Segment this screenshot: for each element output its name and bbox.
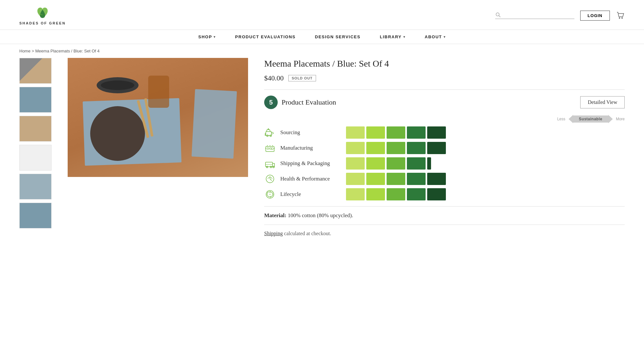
bar bbox=[366, 188, 385, 200]
scale-center-label: Sustainable bbox=[573, 115, 608, 123]
thumbnail-3[interactable] bbox=[19, 116, 52, 142]
divider-2 bbox=[264, 225, 625, 225]
manufacturing-label: Manufacturing bbox=[280, 145, 341, 151]
breadcrumb: Home > Meema Placemats / Blue: Set Of 4 bbox=[0, 44, 644, 58]
shipping-packaging-bars bbox=[346, 157, 431, 170]
bar bbox=[346, 142, 365, 154]
nav-library[interactable]: LIBRARY ▾ bbox=[380, 34, 405, 39]
thumbnail-4[interactable] bbox=[19, 145, 52, 171]
thumbnail-5[interactable] bbox=[19, 174, 52, 199]
svg-point-0 bbox=[496, 13, 499, 16]
material-row: Material: 100% cotton (80% upcycled). bbox=[264, 212, 625, 219]
login-button[interactable]: LOGIN bbox=[580, 11, 610, 21]
sustainability-scale: Less Sustainable More bbox=[264, 115, 625, 123]
main-content: Meema Placemats / Blue: Set Of 4 $40.00 … bbox=[0, 58, 644, 249]
svg-point-5 bbox=[267, 135, 268, 137]
bar bbox=[366, 173, 385, 185]
bar bbox=[387, 142, 405, 154]
bar bbox=[427, 142, 446, 154]
bar bbox=[427, 126, 446, 139]
shipping-link[interactable]: Shipping bbox=[264, 231, 283, 236]
health-performance-bars bbox=[346, 173, 446, 185]
product-details: Meema Placemats / Blue: Set Of 4 $40.00 … bbox=[261, 58, 625, 236]
bar bbox=[366, 126, 385, 139]
nav-about[interactable]: ABOUT ▾ bbox=[425, 34, 446, 39]
brand-name: SHADES OF GREEN bbox=[19, 21, 66, 25]
bar bbox=[366, 157, 385, 170]
lifecycle-row: Lifecycle bbox=[264, 188, 625, 200]
manufacturing-row: Manufacturing bbox=[264, 142, 625, 154]
price-row: $40.00 SOLD OUT bbox=[264, 74, 625, 82]
lifecycle-bars bbox=[346, 188, 446, 200]
sourcing-bars bbox=[346, 126, 446, 139]
shipping-text: calculated at checkout. bbox=[284, 231, 331, 236]
svg-point-13 bbox=[270, 166, 272, 168]
nav-design-services[interactable]: DESIGN SERVICES bbox=[315, 34, 360, 39]
nav-shop[interactable]: SHOP ▾ bbox=[198, 34, 216, 39]
breadcrumb-home[interactable]: Home bbox=[19, 49, 31, 53]
bar bbox=[427, 157, 431, 170]
scale-arrow-right bbox=[608, 115, 613, 123]
sourcing-row: Sourcing bbox=[264, 126, 625, 139]
chevron-down-icon: ▾ bbox=[214, 35, 216, 39]
breadcrumb-separator: > bbox=[32, 49, 34, 53]
evaluation-title: Product Evaluation bbox=[282, 98, 336, 106]
logo[interactable]: SHADES OF GREEN bbox=[19, 6, 66, 25]
svg-point-2 bbox=[619, 17, 620, 19]
scale-arrow-left bbox=[569, 115, 573, 123]
shipping-row: Shipping calculated at checkout. bbox=[264, 231, 625, 236]
evaluation-rows: Sourcing bbox=[264, 126, 625, 200]
sourcing-label: Sourcing bbox=[280, 129, 341, 136]
bar bbox=[407, 157, 426, 170]
svg-point-6 bbox=[270, 135, 272, 137]
svg-point-10 bbox=[271, 148, 273, 150]
svg-line-1 bbox=[499, 15, 500, 17]
nav-bar: SHOP ▾ PRODUCT EVALUATIONS DESIGN SERVIC… bbox=[0, 30, 644, 44]
nav-product-evaluations[interactable]: PRODUCT EVALUATIONS bbox=[235, 34, 296, 39]
bar bbox=[346, 188, 365, 200]
breadcrumb-current: Meema Placemats / Blue: Set Of 4 bbox=[35, 49, 100, 53]
main-product-image bbox=[68, 58, 248, 177]
lifecycle-label: Lifecycle bbox=[280, 191, 341, 198]
cart-icon[interactable] bbox=[616, 11, 625, 20]
scale-label: Sustainable bbox=[569, 115, 613, 123]
bar bbox=[407, 173, 426, 185]
thumbnail-1[interactable] bbox=[19, 58, 52, 84]
thumbnail-list bbox=[19, 58, 55, 228]
product-title: Meema Placemats / Blue: Set Of 4 bbox=[264, 58, 625, 69]
bar bbox=[346, 173, 365, 185]
thumbnail-2[interactable] bbox=[19, 87, 52, 113]
bar bbox=[387, 126, 405, 139]
bar bbox=[387, 188, 405, 200]
evaluation-header: 5 Product Evaluation Detailed View bbox=[264, 96, 625, 109]
svg-point-14 bbox=[273, 166, 274, 168]
evaluation-section: 5 Product Evaluation Detailed View Less … bbox=[264, 89, 625, 236]
bar bbox=[407, 126, 426, 139]
header: SHADES OF GREEN LOGIN bbox=[0, 0, 644, 30]
material-label: Material: bbox=[264, 212, 286, 218]
sold-out-badge: SOLD OUT bbox=[288, 75, 316, 81]
bar bbox=[407, 188, 426, 200]
search-input[interactable] bbox=[504, 12, 574, 18]
lifecycle-icon bbox=[264, 189, 276, 200]
divider bbox=[264, 206, 625, 207]
health-performance-row: Health & Performance bbox=[264, 173, 625, 185]
shipping-packaging-row: Shipping & Packaging bbox=[264, 157, 625, 170]
bar bbox=[387, 173, 405, 185]
svg-rect-9 bbox=[270, 148, 271, 149]
manufacturing-icon bbox=[264, 142, 276, 154]
bar bbox=[346, 157, 365, 170]
evaluation-left: 5 Product Evaluation bbox=[264, 96, 336, 109]
svg-point-3 bbox=[621, 17, 623, 19]
manufacturing-bars bbox=[346, 142, 446, 154]
search-area[interactable] bbox=[495, 12, 574, 19]
thumbnail-6[interactable] bbox=[19, 203, 52, 228]
bar bbox=[366, 142, 385, 154]
bar bbox=[427, 188, 446, 200]
bar bbox=[387, 157, 405, 170]
logo-icon bbox=[35, 6, 50, 20]
detailed-view-button[interactable]: Detailed View bbox=[580, 96, 625, 108]
shipping-packaging-label: Shipping & Packaging bbox=[280, 160, 341, 167]
chevron-down-icon: ▾ bbox=[444, 35, 446, 39]
evaluation-score: 5 bbox=[264, 96, 278, 109]
